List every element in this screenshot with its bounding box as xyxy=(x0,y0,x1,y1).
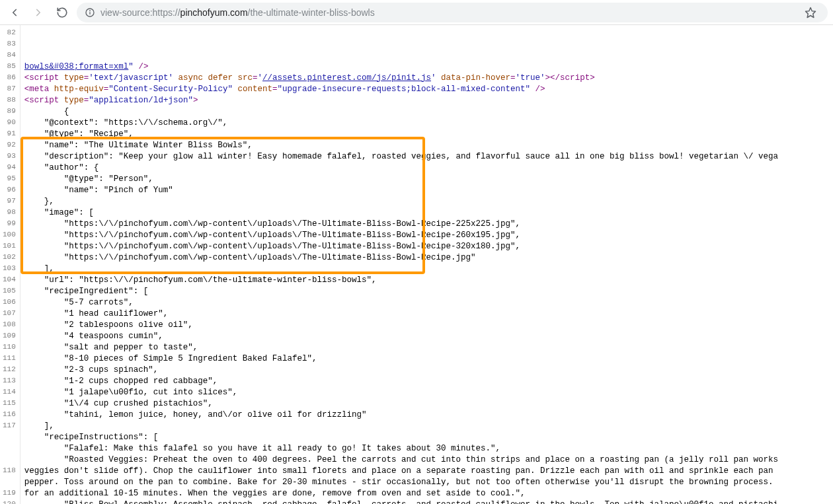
source-line: "@type": "Person", xyxy=(24,174,778,185)
source-line: "description": "Keep your glow all winte… xyxy=(24,151,778,162)
line-number: 114 xyxy=(3,387,16,398)
info-icon xyxy=(85,7,95,18)
source-line: "url": "https:\/\/pinchofyum.com\/the-ul… xyxy=(24,275,778,286)
source-line: <script type='text/javascript' async def… xyxy=(24,73,778,84)
source-line: <meta http-equiv="Content-Security-Polic… xyxy=(24,84,778,95)
source-code-area[interactable]: bowls&#038;format=xml" /><script type='t… xyxy=(20,25,778,504)
source-view: 8283848586878889909192939495969798991001… xyxy=(0,25,833,504)
line-number xyxy=(3,432,16,443)
line-number: 104 xyxy=(3,275,16,286)
source-line: "image": [ xyxy=(24,207,778,219)
source-line: "Falafel: Make this falafel so you have … xyxy=(24,443,778,454)
url-bar[interactable]: view-source:https://pinchofyum.com/the-u… xyxy=(77,3,828,22)
line-number: 110 xyxy=(3,342,16,353)
source-line: "1 head cauliflower", xyxy=(24,308,778,320)
svg-point-2 xyxy=(90,11,91,11)
line-number: 108 xyxy=(3,320,16,331)
line-number: 88 xyxy=(3,95,16,106)
line-number: 118 xyxy=(3,466,16,477)
line-number: 107 xyxy=(3,308,16,320)
line-number: 97 xyxy=(3,196,16,207)
line-number: 86 xyxy=(3,73,16,84)
source-line: "2-3 cups spinach", xyxy=(24,365,778,376)
source-line: "name": "Pinch of Yum" xyxy=(24,185,778,196)
source-line: "tahini, lemon juice, honey, and\/or oli… xyxy=(24,410,778,421)
source-line: "@context": "https:\/\/schema.org\/", xyxy=(24,118,778,129)
line-number: 92 xyxy=(3,140,16,151)
line-number: 84 xyxy=(3,50,16,61)
line-number-gutter: 8283848586878889909192939495969798991001… xyxy=(0,25,20,504)
line-number: 113 xyxy=(3,376,16,387)
source-line: "Roasted Veggies: Preheat the oven to 40… xyxy=(24,454,778,466)
line-number: 95 xyxy=(3,174,16,185)
line-number: 94 xyxy=(3,162,16,174)
line-number: 103 xyxy=(3,264,16,275)
source-line: "4 teaspoons cumin", xyxy=(24,331,778,342)
source-line: { xyxy=(24,106,778,118)
source-line: "recipeIngredient": [ xyxy=(24,286,778,297)
source-line: "author": { xyxy=(24,162,778,174)
source-line: "Bliss Bowl Assembly: Assemble spinach, … xyxy=(24,499,778,504)
source-line: }, xyxy=(24,196,778,207)
forward-button[interactable] xyxy=(29,3,48,22)
source-line: "1-2 cups chopped red cabbage", xyxy=(24,376,778,387)
line-number: 91 xyxy=(3,129,16,140)
line-number: 98 xyxy=(3,207,16,219)
line-number: 117 xyxy=(3,421,16,432)
line-number: 116 xyxy=(3,410,16,421)
source-line: "5-7 carrots", xyxy=(24,297,778,308)
line-number: 120 xyxy=(3,499,16,504)
star-icon xyxy=(805,7,816,18)
reload-button[interactable] xyxy=(53,3,71,22)
line-number: 93 xyxy=(3,151,16,162)
source-line: "https:\/\/pinchofyum.com\/wp-content\/u… xyxy=(24,252,778,264)
source-line: ], xyxy=(24,264,778,275)
line-number: 85 xyxy=(3,61,16,73)
source-line: "https:\/\/pinchofyum.com\/wp-content\/u… xyxy=(24,230,778,241)
line-number xyxy=(3,454,16,466)
line-number: 115 xyxy=(3,398,16,410)
url-text: view-source:https://pinchofyum.com/the-u… xyxy=(100,7,375,18)
line-number: 99 xyxy=(3,219,16,230)
source-line: "@type": "Recipe", xyxy=(24,129,778,140)
line-number: 111 xyxy=(3,353,16,365)
bookmark-button[interactable] xyxy=(801,3,820,22)
source-line: <script type="application/ld+json"> xyxy=(24,95,778,106)
line-number: 101 xyxy=(3,241,16,252)
line-number: 105 xyxy=(3,286,16,297)
source-line: "https:\/\/pinchofyum.com\/wp-content\/u… xyxy=(24,241,778,252)
line-number: 119 xyxy=(3,488,16,499)
source-line: "recipeInstructions": [ xyxy=(24,432,778,443)
back-button[interactable] xyxy=(5,3,24,22)
source-line: veggies don't slide off). Chop the cauli… xyxy=(24,466,778,477)
source-line: pepper. Toss around on the pan to combin… xyxy=(24,477,778,488)
line-number: 96 xyxy=(3,185,16,196)
source-line: ], xyxy=(24,421,778,432)
line-number: 82 xyxy=(3,28,16,39)
source-line: "2 tablespoons olive oil", xyxy=(24,320,778,331)
source-line: bowls&#038;format=xml" /> xyxy=(24,61,778,73)
source-line: "8-10 pieces of Simple 5 Ingredient Bake… xyxy=(24,353,778,365)
line-number: 89 xyxy=(3,106,16,118)
source-line: "1\/4 cup crushed pistachios", xyxy=(24,398,778,410)
line-number: 112 xyxy=(3,365,16,376)
source-line: "https:\/\/pinchofyum.com\/wp-content\/u… xyxy=(24,219,778,230)
source-line: "name": "The Ultimate Winter Bliss Bowls… xyxy=(24,140,778,151)
line-number: 109 xyxy=(3,331,16,342)
line-number: 83 xyxy=(3,39,16,50)
browser-toolbar: view-source:https://pinchofyum.com/the-u… xyxy=(0,0,833,25)
line-number: 100 xyxy=(3,230,16,241)
line-number: 87 xyxy=(3,84,16,95)
line-number: 102 xyxy=(3,252,16,264)
source-line: "salt and pepper to taste", xyxy=(24,342,778,353)
line-number: 106 xyxy=(3,297,16,308)
svg-marker-3 xyxy=(806,7,816,17)
line-number: 90 xyxy=(3,118,16,129)
source-line: "1 jalape\u00f1o, cut into slices", xyxy=(24,387,778,398)
line-number xyxy=(3,477,16,488)
source-line: for an additional 10-15 minutes. When th… xyxy=(24,488,778,499)
line-number xyxy=(3,443,16,454)
